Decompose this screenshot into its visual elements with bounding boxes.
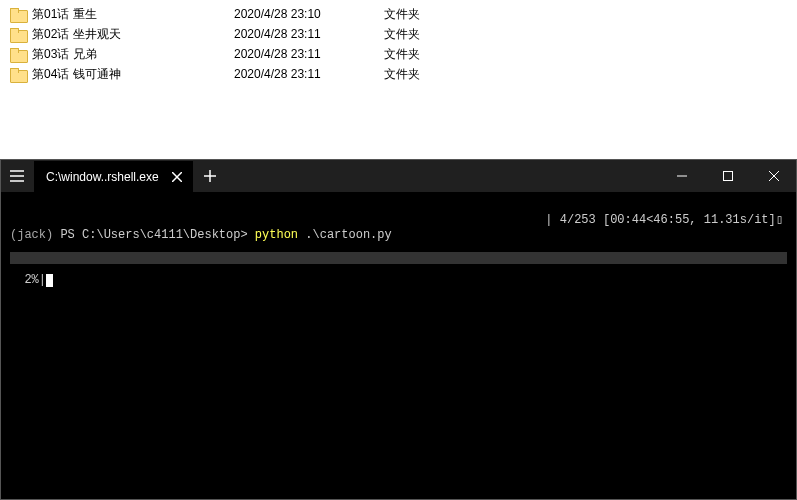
- file-row[interactable]: 第04话 钱可通神 2020/4/28 23:11 文件夹: [10, 64, 797, 84]
- folder-icon: [10, 48, 26, 61]
- file-row[interactable]: 第03话 兄弟 2020/4/28 23:11 文件夹: [10, 44, 797, 64]
- tab-title: C:\window..rshell.exe: [46, 170, 159, 184]
- minimize-button[interactable]: [659, 159, 705, 192]
- explorer-file-list: 第01话 重生 2020/4/28 23:10 文件夹 第02话 坐井观天 20…: [0, 0, 797, 159]
- progress-status: | 4/253 [00:44<46:55, 11.31s/it]▯: [545, 213, 783, 228]
- progress-percent: 2%: [24, 273, 38, 287]
- prompt: PS C:\Users\c4111\Desktop>: [60, 228, 247, 242]
- file-date: 2020/4/28 23:11: [234, 44, 384, 64]
- terminal-body[interactable]: (jack) PS C:\Users\c4111\Desktop> python…: [0, 192, 797, 500]
- maximize-button[interactable]: [705, 159, 751, 192]
- file-date: 2020/4/28 23:10: [234, 4, 384, 24]
- file-date: 2020/4/28 23:11: [234, 24, 384, 44]
- folder-icon: [10, 28, 26, 41]
- terminal-window: C:\window..rshell.exe (jack) PS C:\Users…: [0, 159, 797, 500]
- file-date: 2020/4/28 23:11: [234, 64, 384, 84]
- file-row[interactable]: 第01话 重生 2020/4/28 23:10 文件夹: [10, 4, 797, 24]
- new-tab-button[interactable]: [193, 159, 227, 192]
- terminal-tab[interactable]: C:\window..rshell.exe: [34, 161, 193, 192]
- command-bin: python: [255, 228, 298, 242]
- file-type: 文件夹: [384, 44, 504, 64]
- hamburger-menu-icon[interactable]: [0, 159, 34, 192]
- file-row[interactable]: 第02话 坐井观天 2020/4/28 23:11 文件夹: [10, 24, 797, 44]
- file-name: 第01话 重生: [32, 4, 97, 24]
- folder-icon: [10, 8, 26, 21]
- window-controls: [659, 159, 797, 192]
- file-type: 文件夹: [384, 24, 504, 44]
- close-tab-icon[interactable]: [169, 169, 185, 185]
- progress-bar: [10, 252, 787, 264]
- folder-icon: [10, 68, 26, 81]
- terminal-line: 2%|: [10, 273, 787, 288]
- command-arg: .\cartoon.py: [305, 228, 391, 242]
- close-window-button[interactable]: [751, 159, 797, 192]
- env-name: (jack): [10, 228, 53, 242]
- file-name: 第02话 坐井观天: [32, 24, 121, 44]
- file-type: 文件夹: [384, 4, 504, 24]
- file-name: 第04话 钱可通神: [32, 64, 121, 84]
- terminal-line: (jack) PS C:\Users\c4111\Desktop> python…: [10, 228, 787, 243]
- cursor-icon: [46, 274, 53, 287]
- file-name: 第03话 兄弟: [32, 44, 97, 64]
- terminal-titlebar[interactable]: C:\window..rshell.exe: [0, 159, 797, 192]
- svg-rect-8: [724, 171, 733, 180]
- file-type: 文件夹: [384, 64, 504, 84]
